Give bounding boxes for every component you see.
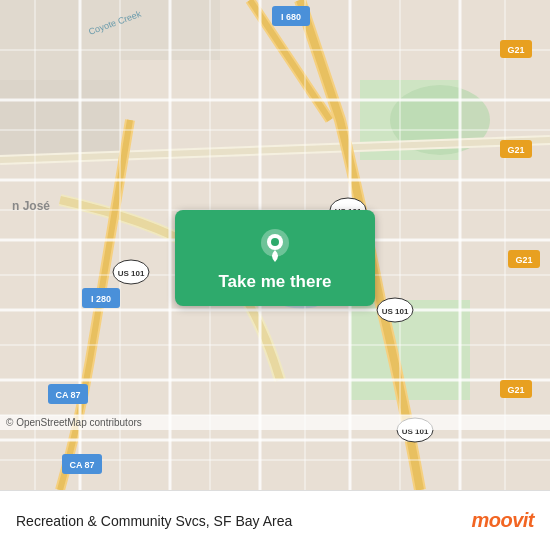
place-name: Recreation & Community Svcs, SF Bay Area	[16, 513, 292, 529]
svg-text:US 101: US 101	[118, 269, 145, 278]
moovit-logo: moovit	[471, 509, 534, 532]
svg-text:CA 87: CA 87	[69, 460, 94, 470]
moovit-logo-text: moovit	[471, 509, 534, 532]
map-attribution: © OpenStreetMap contributors	[0, 415, 550, 430]
location-pin-icon	[257, 228, 293, 264]
svg-text:G21: G21	[507, 145, 524, 155]
svg-text:CA 87: CA 87	[55, 390, 80, 400]
take-me-there-button[interactable]: Take me there	[175, 210, 375, 306]
svg-text:I 680: I 680	[281, 12, 301, 22]
bottom-bar: Recreation & Community Svcs, SF Bay Area…	[0, 490, 550, 550]
place-info: Recreation & Community Svcs, SF Bay Area	[16, 513, 292, 529]
svg-text:G21: G21	[515, 255, 532, 265]
svg-rect-1	[0, 0, 120, 80]
svg-text:G21: G21	[507, 45, 524, 55]
map-container: I 680 US 101 US 101 US 101 US 101 I 280 …	[0, 0, 550, 490]
svg-text:n José: n José	[12, 199, 50, 213]
svg-text:I 280: I 280	[91, 294, 111, 304]
svg-point-61	[271, 238, 279, 246]
svg-text:G21: G21	[507, 385, 524, 395]
svg-rect-2	[0, 80, 120, 160]
cta-button-label: Take me there	[218, 272, 331, 292]
svg-text:US 101: US 101	[382, 307, 409, 316]
